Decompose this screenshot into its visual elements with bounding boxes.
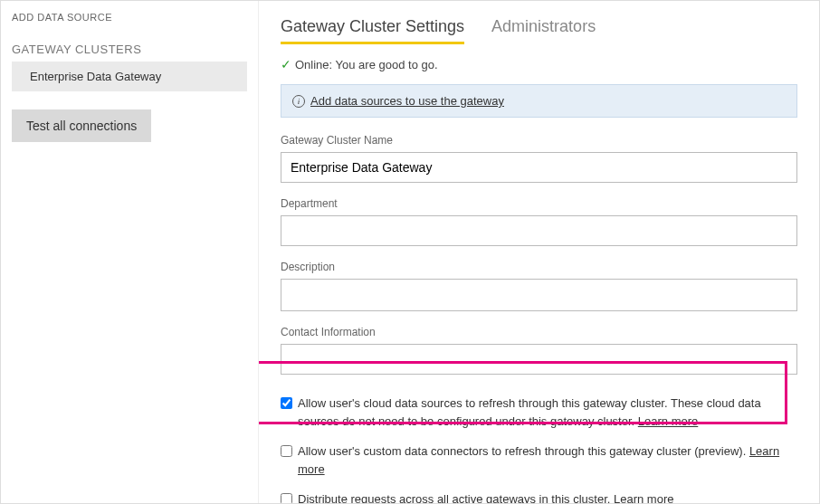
sidebar: ADD DATA SOURCE GATEWAY CLUSTERS Enterpr… — [1, 1, 259, 503]
input-description[interactable] — [281, 279, 797, 311]
checkbox-row-custom: Allow user's custom data connectors to r… — [281, 442, 797, 478]
input-department[interactable] — [281, 215, 797, 246]
checkbox-cloud-sources[interactable] — [281, 397, 292, 409]
learn-more-cloud[interactable]: Learn more — [638, 414, 698, 428]
tab-gateway-settings[interactable]: Gateway Cluster Settings — [281, 17, 464, 44]
status-text: Online: You are good to go. — [295, 58, 438, 71]
input-cluster-name[interactable] — [281, 152, 797, 183]
add-data-source-link[interactable]: ADD DATA SOURCE — [12, 12, 247, 23]
input-contact[interactable] — [281, 344, 797, 375]
status-row: ✓ Online: You are good to go. — [281, 57, 797, 71]
checkbox-row-distribute: Distribute requests across all active ga… — [281, 490, 797, 503]
check-icon: ✓ — [281, 57, 291, 71]
checkbox-cloud-label: Allow user's cloud data sources to refre… — [298, 395, 797, 430]
cluster-item-enterprise[interactable]: Enterprise Data Gateway — [12, 62, 247, 91]
label-description: Description — [281, 261, 797, 273]
checkbox-custom-connectors[interactable] — [281, 445, 292, 457]
tab-administrators[interactable]: Administrators — [491, 17, 596, 44]
learn-more-distribute[interactable]: Learn more — [614, 492, 673, 503]
main-panel: Gateway Cluster Settings Administrators … — [259, 1, 819, 503]
add-data-sources-link[interactable]: Add data sources to use the gateway — [310, 94, 504, 108]
info-icon: i — [292, 95, 305, 108]
checkbox-distribute[interactable] — [281, 493, 292, 503]
label-contact: Contact Information — [281, 326, 797, 338]
info-bar: i Add data sources to use the gateway — [281, 84, 797, 118]
label-cluster-name: Gateway Cluster Name — [281, 134, 797, 147]
test-all-connections-button[interactable]: Test all connections — [12, 109, 151, 142]
checkbox-custom-label: Allow user's custom data connectors to r… — [298, 442, 797, 478]
label-department: Department — [281, 197, 797, 210]
gateway-clusters-heading: GATEWAY CLUSTERS — [12, 43, 247, 56]
checkbox-distribute-label: Distribute requests across all active ga… — [298, 490, 673, 503]
checkbox-row-cloud: Allow user's cloud data sources to refre… — [281, 395, 797, 430]
tabs: Gateway Cluster Settings Administrators — [281, 17, 797, 44]
